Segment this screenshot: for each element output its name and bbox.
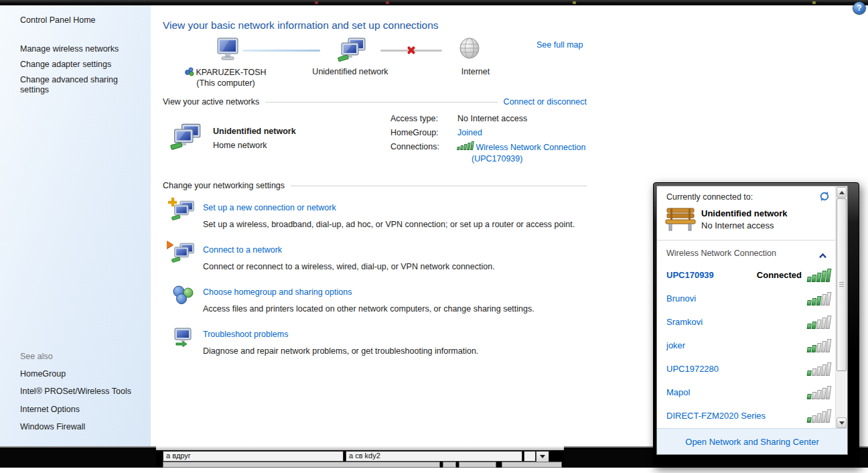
background-bar bbox=[443, 462, 456, 468]
sidebar: Control Panel Home Manage wireless netwo… bbox=[0, 5, 151, 446]
connect-to-network-link[interactable]: Connect to a network bbox=[203, 245, 282, 255]
access-type-label: Access type: bbox=[390, 114, 438, 123]
setup-new-connection-link[interactable]: Set up a new connection or network bbox=[203, 203, 336, 212]
map-connection-line bbox=[242, 50, 320, 52]
signal-strength-icon bbox=[807, 316, 832, 329]
background-input-1[interactable]: а вдруг bbox=[163, 451, 344, 462]
background-bar bbox=[459, 462, 496, 468]
error-x-icon[interactable] bbox=[406, 45, 417, 56]
see-full-map-link[interactable]: See full map bbox=[536, 40, 583, 50]
popup-divider bbox=[657, 240, 836, 241]
refresh-icon[interactable] bbox=[819, 191, 830, 204]
open-network-sharing-center-link[interactable]: Open Network and Sharing Center bbox=[685, 437, 818, 447]
wifi-network-name[interactable]: Sramkovi bbox=[666, 317, 703, 327]
occluded-top-window-edge bbox=[0, 0, 868, 5]
sidebar-item-internet-options[interactable]: Internet Options bbox=[20, 405, 141, 415]
collapse-chevron-up-icon[interactable] bbox=[818, 250, 827, 262]
sidebar-item-change-advanced-sharing[interactable]: Change advanced sharing settings bbox=[20, 75, 131, 95]
wifi-network-name[interactable]: DIRECT-FZM2020 Series bbox=[666, 411, 766, 421]
background-dropdown-button[interactable] bbox=[536, 451, 549, 462]
signal-strength-icon bbox=[807, 386, 832, 399]
background-bar bbox=[163, 462, 440, 468]
choose-homegroup-desc: Access files and printers located on oth… bbox=[203, 304, 534, 314]
wifi-network-name[interactable]: UPC1972280 bbox=[666, 364, 719, 374]
wifi-network-name[interactable]: Mapol bbox=[666, 387, 690, 397]
wifi-networks-popup: Currently connected to: bbox=[653, 182, 859, 466]
wifi-network-row[interactable]: Sramkovi bbox=[657, 311, 836, 333]
troubleshoot-problems-link[interactable]: Troubleshoot problems bbox=[203, 330, 288, 339]
signal-strength-icon bbox=[807, 269, 832, 282]
wifi-network-row[interactable]: joker bbox=[657, 334, 836, 356]
popup-footer: Open Network and Sharing Center bbox=[657, 428, 847, 454]
troubleshoot-icon bbox=[172, 327, 194, 350]
signal-strength-icon bbox=[807, 409, 832, 423]
wifi-network-name[interactable]: UPC170939 bbox=[666, 270, 714, 280]
bottom-margin bbox=[0, 468, 868, 473]
new-connection-icon bbox=[171, 200, 195, 224]
network-sharing-center-window: ? Control Panel Home Manage wireless net… bbox=[0, 0, 868, 473]
network-computers-icon bbox=[185, 67, 194, 78]
background-input-2[interactable]: а св kdy2 bbox=[346, 451, 522, 462]
section-label: View your active networks bbox=[163, 97, 259, 107]
current-network-name: Unidentified network bbox=[701, 208, 788, 218]
setup-new-connection-desc: Set up a wireless, broadband, dial-up, a… bbox=[203, 220, 575, 229]
wireless-connection-link[interactable]: Wireless Network Connection bbox=[476, 143, 585, 152]
scroll-up-button[interactable] bbox=[837, 187, 847, 198]
section-divider bbox=[291, 186, 587, 186]
sidebar-item-control-panel-home[interactable]: Control Panel Home bbox=[20, 15, 141, 25]
scroll-thumb[interactable] bbox=[837, 198, 847, 371]
bench-network-icon bbox=[665, 206, 696, 234]
homegroup-icon bbox=[172, 285, 195, 308]
sidebar-item-intel-proset[interactable]: Intel® PROSet/Wireless Tools bbox=[20, 387, 141, 397]
active-network-icon[interactable] bbox=[169, 123, 202, 154]
sidebar-item-windows-firewall[interactable]: Windows Firewall bbox=[20, 422, 141, 432]
sidebar-item-change-adapter-settings[interactable]: Change adapter settings bbox=[20, 60, 141, 70]
access-type-value: No Internet access bbox=[457, 114, 527, 123]
current-network-status: No Internet access bbox=[701, 220, 774, 230]
troubleshoot-problems-desc: Diagnose and repair network problems, or… bbox=[203, 346, 478, 356]
connect-to-network-desc: Connect or reconnect to a wireless, wire… bbox=[203, 262, 495, 271]
wifi-network-row[interactable]: DIRECT-FZM2020 Series bbox=[657, 405, 836, 427]
connect-or-disconnect-link[interactable]: Connect or disconnect bbox=[504, 97, 587, 107]
connections-value: Wireless Network Connection (UPC170939) bbox=[457, 141, 605, 165]
wifi-status-badge: Connected bbox=[757, 270, 802, 280]
see-also-label: See also bbox=[20, 352, 141, 362]
wifi-network-row[interactable]: Mapol bbox=[657, 381, 836, 403]
wifi-network-row[interactable]: UPC170939Connected bbox=[657, 264, 836, 286]
plus-badge-icon bbox=[168, 198, 177, 206]
choose-homegroup-link[interactable]: Choose homegroup and sharing options bbox=[203, 287, 352, 297]
sidebar-item-homegroup[interactable]: HomeGroup bbox=[20, 369, 141, 379]
active-networks-section-header: View your active networks Connect or dis… bbox=[163, 97, 587, 107]
arrow-badge-icon bbox=[167, 241, 173, 249]
map-internet-label: Internet bbox=[442, 67, 509, 76]
scrollbar[interactable] bbox=[835, 186, 847, 429]
scroll-down-button[interactable] bbox=[837, 417, 847, 428]
wifi-network-row[interactable]: Brunovi bbox=[657, 287, 836, 310]
homegroup-label: HomeGroup: bbox=[390, 128, 439, 137]
section-label: Change your networking settings bbox=[163, 181, 285, 190]
unidentified-network-icon[interactable] bbox=[337, 38, 366, 66]
wifi-network-name[interactable]: joker bbox=[666, 340, 685, 350]
chevron-down-icon bbox=[540, 455, 545, 458]
map-network-label: Unidentified network bbox=[310, 67, 390, 76]
active-network-name: Unidentified network bbox=[213, 127, 296, 136]
signal-strength-icon bbox=[457, 141, 474, 150]
sidebar-item-manage-wireless-networks[interactable]: Manage wireless networks bbox=[20, 44, 141, 54]
wifi-network-row[interactable]: UPC1972280 bbox=[657, 358, 836, 380]
occluded-dialog-fragment: а вдруг а св kdy2 bbox=[156, 446, 564, 468]
internet-globe-icon[interactable] bbox=[459, 38, 480, 63]
dialog-edge bbox=[156, 446, 564, 450]
background-input-3[interactable] bbox=[524, 451, 536, 462]
signal-strength-icon bbox=[807, 362, 832, 376]
computer-icon[interactable] bbox=[214, 38, 241, 64]
active-network-type[interactable]: Home network bbox=[213, 141, 267, 150]
wifi-network-name[interactable]: Brunovi bbox=[666, 293, 696, 303]
help-icon[interactable]: ? bbox=[853, 2, 865, 14]
wireless-connection-link-line2[interactable]: (UPC170939) bbox=[472, 154, 522, 163]
section-divider bbox=[265, 102, 497, 103]
connections-label: Connections: bbox=[390, 142, 439, 151]
homegroup-joined-link[interactable]: Joined bbox=[457, 128, 482, 137]
networking-settings-section-header: Change your networking settings bbox=[163, 181, 587, 190]
background-bar bbox=[502, 462, 562, 468]
computer-name-label: KPARUZEK-TOSH (This computer) bbox=[172, 67, 279, 88]
